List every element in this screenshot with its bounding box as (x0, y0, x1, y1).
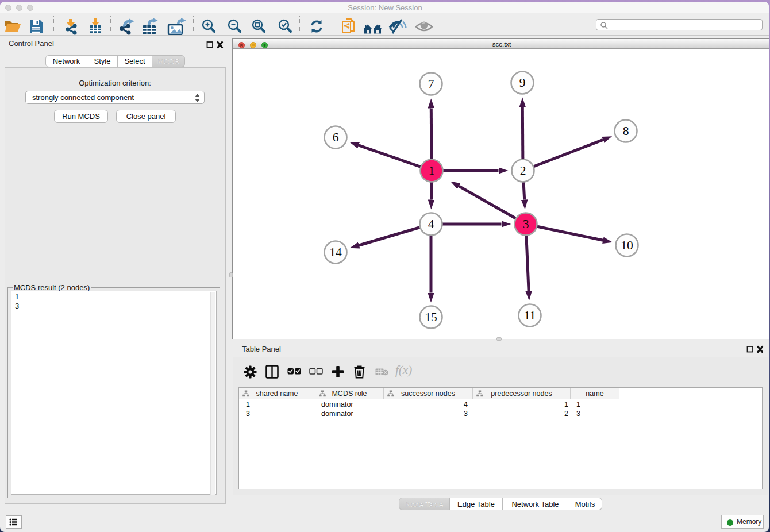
svg-text:8: 8 (623, 124, 629, 138)
svg-text:3: 3 (523, 217, 529, 231)
svg-text:2: 2 (520, 164, 526, 178)
svg-text:10: 10 (621, 238, 633, 252)
svg-text:15: 15 (425, 310, 437, 324)
svg-text:6: 6 (333, 130, 339, 144)
svg-text:1: 1 (429, 164, 435, 178)
svg-text:9: 9 (519, 76, 526, 90)
svg-text:11: 11 (524, 309, 536, 322)
svg-text:7: 7 (428, 77, 434, 91)
svg-text:4: 4 (428, 217, 434, 231)
svg-text:14: 14 (329, 245, 342, 259)
